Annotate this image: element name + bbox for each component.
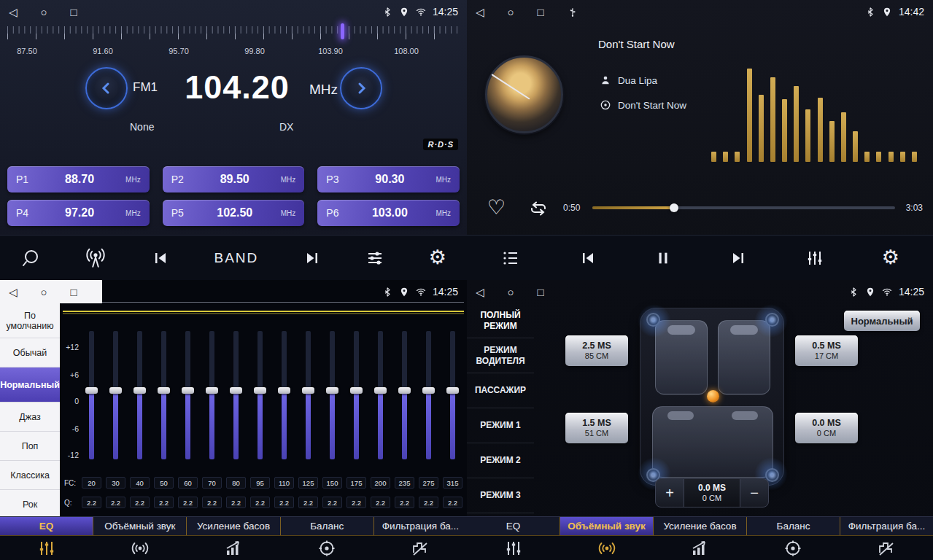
- settings-gear-icon[interactable]: ⚙: [429, 248, 446, 268]
- slider-handle[interactable]: [133, 387, 146, 394]
- back-icon[interactable]: ◁: [9, 287, 18, 298]
- slider-handle[interactable]: [446, 387, 459, 394]
- tune-up-button[interactable]: [340, 67, 382, 109]
- equalizer-button[interactable]: [805, 249, 824, 267]
- home-icon[interactable]: ○: [508, 7, 514, 18]
- tab-filter-button[interactable]: [373, 536, 467, 560]
- recents-icon[interactable]: □: [71, 287, 77, 298]
- tab-filter-button[interactable]: [840, 536, 933, 560]
- tab-balance[interactable]: Баланс: [747, 517, 840, 535]
- slider-handle[interactable]: [158, 387, 170, 394]
- audio-settings-button[interactable]: [365, 249, 384, 267]
- delay-front-left-button[interactable]: 2.5 MS 85 CM: [565, 335, 628, 366]
- home-icon[interactable]: ○: [41, 7, 47, 18]
- eq-preset-default[interactable]: По умолчанию: [0, 303, 60, 338]
- seek-bar[interactable]: [592, 206, 895, 209]
- tab-eq[interactable]: EQ: [0, 517, 93, 535]
- slider-handle[interactable]: [302, 387, 314, 394]
- preset-button-1[interactable]: P1 88.70 MHz: [7, 166, 150, 192]
- slider-handle[interactable]: [422, 387, 435, 394]
- favorite-heart-icon[interactable]: ♡: [487, 195, 506, 219]
- eq-band-slider[interactable]: [154, 331, 173, 471]
- tab-bass-boost[interactable]: Усиление басов: [654, 517, 747, 535]
- delay-increase-button[interactable]: +: [656, 479, 684, 507]
- eq-band-slider[interactable]: [444, 331, 462, 471]
- eq-band-slider[interactable]: [395, 331, 414, 471]
- mode-2[interactable]: РЕЖИМ 2: [467, 443, 534, 478]
- tab-filter[interactable]: Фильтрация ба...: [840, 517, 933, 535]
- eq-band-slider[interactable]: [299, 331, 318, 471]
- eq-preset-pop[interactable]: Поп: [0, 432, 60, 461]
- tab-eq-button[interactable]: [467, 536, 560, 560]
- recents-icon[interactable]: □: [538, 287, 544, 298]
- eq-preset-rock[interactable]: Рок: [0, 490, 60, 519]
- eq-band-slider[interactable]: [347, 331, 366, 471]
- eq-preset-custom[interactable]: Обычай: [0, 338, 60, 368]
- tab-bass-boost[interactable]: Усиление басов: [187, 517, 280, 535]
- back-icon[interactable]: ◁: [476, 7, 484, 18]
- eq-band-slider[interactable]: [82, 331, 101, 471]
- seek-handle[interactable]: [670, 203, 678, 212]
- tab-eq[interactable]: EQ: [467, 517, 560, 535]
- slider-handle[interactable]: [374, 387, 387, 394]
- tab-balance[interactable]: Баланс: [281, 517, 374, 535]
- preset-button-5[interactable]: P5 102.50 MHz: [163, 200, 305, 226]
- previous-track-button[interactable]: [578, 249, 597, 267]
- eq-band-slider[interactable]: [202, 331, 221, 471]
- slider-handle[interactable]: [278, 387, 290, 394]
- eq-band-slider[interactable]: [178, 331, 197, 471]
- eq-band-slider[interactable]: [419, 331, 438, 471]
- band-button[interactable]: BAND: [214, 250, 258, 266]
- slider-handle[interactable]: [230, 387, 242, 394]
- eq-band-slider[interactable]: [226, 331, 245, 471]
- mode-driver[interactable]: РЕЖИМ ВОДИТЕЛЯ: [467, 338, 534, 373]
- scan-button[interactable]: [20, 248, 41, 268]
- tab-surround-button[interactable]: [93, 536, 187, 560]
- broadcast-button[interactable]: [85, 248, 107, 268]
- recents-icon[interactable]: □: [71, 7, 77, 18]
- eq-band-slider[interactable]: [371, 331, 390, 471]
- repeat-mode-button[interactable]: [528, 200, 549, 217]
- slider-handle[interactable]: [182, 387, 194, 394]
- settings-gear-icon[interactable]: ⚙: [882, 248, 899, 268]
- eq-band-slider[interactable]: [130, 331, 149, 471]
- mode-full[interactable]: ПОЛНЫЙ РЕЖИМ: [467, 303, 534, 338]
- eq-band-slider[interactable]: [106, 331, 125, 471]
- next-track-button[interactable]: [729, 249, 748, 267]
- back-icon[interactable]: ◁: [476, 287, 484, 298]
- slider-handle[interactable]: [109, 387, 122, 394]
- slider-handle[interactable]: [350, 387, 363, 394]
- preset-button-4[interactable]: P4 97.20 MHz: [7, 200, 150, 226]
- slider-handle[interactable]: [398, 387, 411, 394]
- slider-handle[interactable]: [326, 387, 338, 394]
- eq-preset-classic[interactable]: Классика: [0, 461, 60, 490]
- recents-icon[interactable]: □: [538, 7, 544, 18]
- mode-3[interactable]: РЕЖИМ 3: [467, 478, 534, 513]
- playlist-button[interactable]: [500, 249, 521, 267]
- eq-preset-normal[interactable]: Нормальный: [0, 368, 60, 402]
- listening-position-marker[interactable]: [707, 390, 719, 402]
- sound-profile-button[interactable]: Нормальный: [844, 311, 920, 331]
- eq-band-slider[interactable]: [323, 331, 342, 471]
- delay-front-right-button[interactable]: 0.5 MS 17 CM: [795, 335, 858, 366]
- tab-surround[interactable]: Объёмный звук: [93, 517, 187, 535]
- tab-balance-button[interactable]: [746, 536, 840, 560]
- previous-station-button[interactable]: [151, 249, 170, 267]
- preset-button-2[interactable]: P2 89.50 MHz: [163, 166, 305, 192]
- tab-balance-button[interactable]: [280, 536, 373, 560]
- slider-handle[interactable]: [254, 387, 266, 394]
- eq-band-slider[interactable]: [250, 331, 269, 471]
- tab-eq-button[interactable]: [0, 536, 93, 560]
- tab-bass-boost-button[interactable]: [187, 536, 280, 560]
- pause-button[interactable]: [655, 249, 671, 267]
- home-icon[interactable]: ○: [508, 287, 514, 298]
- mode-passenger[interactable]: ПАССАЖИР: [467, 373, 534, 408]
- tab-surround-button[interactable]: [560, 536, 654, 560]
- delay-rear-right-button[interactable]: 0.0 MS 0 CM: [795, 413, 858, 443]
- frequency-ruler[interactable]: [7, 26, 460, 44]
- mode-1[interactable]: РЕЖИМ 1: [467, 408, 534, 443]
- eq-band-slider[interactable]: [275, 331, 294, 471]
- home-icon[interactable]: ○: [41, 287, 47, 298]
- tab-bass-boost-button[interactable]: [654, 536, 747, 560]
- back-icon[interactable]: ◁: [9, 7, 18, 18]
